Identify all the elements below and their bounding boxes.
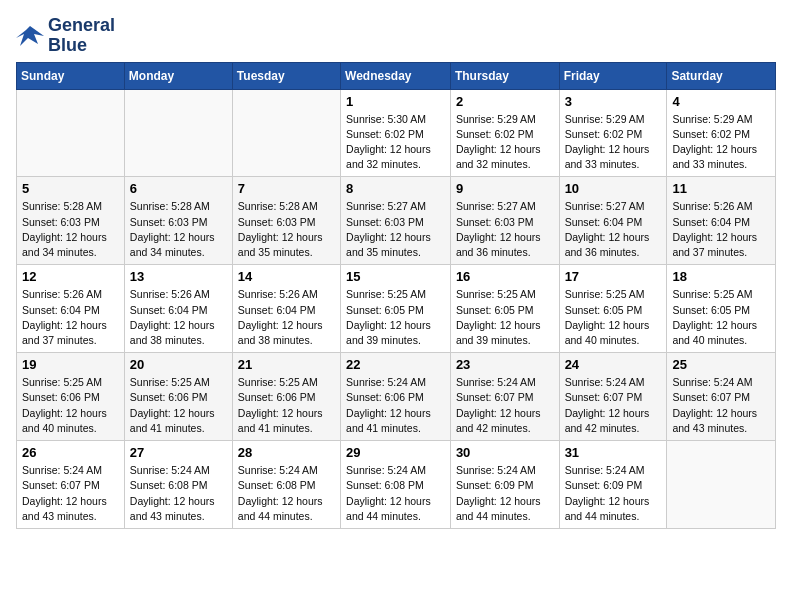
- day-number: 30: [456, 445, 554, 460]
- day-info: Sunrise: 5:24 AM Sunset: 6:07 PM Dayligh…: [22, 463, 119, 524]
- calendar-cell: 13Sunrise: 5:26 AM Sunset: 6:04 PM Dayli…: [124, 265, 232, 353]
- logo-text: General Blue: [48, 16, 115, 56]
- header-monday: Monday: [124, 62, 232, 89]
- calendar-cell: 17Sunrise: 5:25 AM Sunset: 6:05 PM Dayli…: [559, 265, 667, 353]
- day-number: 18: [672, 269, 770, 284]
- day-number: 12: [22, 269, 119, 284]
- day-info: Sunrise: 5:25 AM Sunset: 6:05 PM Dayligh…: [456, 287, 554, 348]
- day-number: 22: [346, 357, 445, 372]
- calendar-cell: 11Sunrise: 5:26 AM Sunset: 6:04 PM Dayli…: [667, 177, 776, 265]
- day-number: 10: [565, 181, 662, 196]
- calendar-cell: 7Sunrise: 5:28 AM Sunset: 6:03 PM Daylig…: [232, 177, 340, 265]
- day-info: Sunrise: 5:24 AM Sunset: 6:07 PM Dayligh…: [565, 375, 662, 436]
- day-info: Sunrise: 5:24 AM Sunset: 6:09 PM Dayligh…: [456, 463, 554, 524]
- day-number: 8: [346, 181, 445, 196]
- calendar-cell: [232, 89, 340, 177]
- day-info: Sunrise: 5:24 AM Sunset: 6:09 PM Dayligh…: [565, 463, 662, 524]
- header-friday: Friday: [559, 62, 667, 89]
- day-info: Sunrise: 5:28 AM Sunset: 6:03 PM Dayligh…: [238, 199, 335, 260]
- week-row-3: 12Sunrise: 5:26 AM Sunset: 6:04 PM Dayli…: [17, 265, 776, 353]
- calendar-cell: [124, 89, 232, 177]
- day-number: 24: [565, 357, 662, 372]
- day-info: Sunrise: 5:26 AM Sunset: 6:04 PM Dayligh…: [672, 199, 770, 260]
- day-number: 19: [22, 357, 119, 372]
- week-row-2: 5Sunrise: 5:28 AM Sunset: 6:03 PM Daylig…: [17, 177, 776, 265]
- day-info: Sunrise: 5:27 AM Sunset: 6:03 PM Dayligh…: [456, 199, 554, 260]
- calendar-cell: 16Sunrise: 5:25 AM Sunset: 6:05 PM Dayli…: [450, 265, 559, 353]
- day-number: 2: [456, 94, 554, 109]
- day-number: 3: [565, 94, 662, 109]
- calendar-cell: 10Sunrise: 5:27 AM Sunset: 6:04 PM Dayli…: [559, 177, 667, 265]
- page-header: General Blue: [16, 16, 776, 56]
- day-info: Sunrise: 5:28 AM Sunset: 6:03 PM Dayligh…: [130, 199, 227, 260]
- day-number: 5: [22, 181, 119, 196]
- day-info: Sunrise: 5:24 AM Sunset: 6:06 PM Dayligh…: [346, 375, 445, 436]
- calendar-cell: 9Sunrise: 5:27 AM Sunset: 6:03 PM Daylig…: [450, 177, 559, 265]
- header-tuesday: Tuesday: [232, 62, 340, 89]
- calendar-cell: 6Sunrise: 5:28 AM Sunset: 6:03 PM Daylig…: [124, 177, 232, 265]
- day-number: 23: [456, 357, 554, 372]
- day-number: 13: [130, 269, 227, 284]
- calendar-cell: 12Sunrise: 5:26 AM Sunset: 6:04 PM Dayli…: [17, 265, 125, 353]
- day-number: 14: [238, 269, 335, 284]
- days-header-row: SundayMondayTuesdayWednesdayThursdayFrid…: [17, 62, 776, 89]
- calendar-cell: 28Sunrise: 5:24 AM Sunset: 6:08 PM Dayli…: [232, 441, 340, 529]
- day-number: 21: [238, 357, 335, 372]
- calendar-cell: [667, 441, 776, 529]
- calendar-cell: 20Sunrise: 5:25 AM Sunset: 6:06 PM Dayli…: [124, 353, 232, 441]
- day-info: Sunrise: 5:25 AM Sunset: 6:06 PM Dayligh…: [22, 375, 119, 436]
- day-info: Sunrise: 5:25 AM Sunset: 6:05 PM Dayligh…: [565, 287, 662, 348]
- day-info: Sunrise: 5:25 AM Sunset: 6:06 PM Dayligh…: [130, 375, 227, 436]
- header-thursday: Thursday: [450, 62, 559, 89]
- calendar-cell: 23Sunrise: 5:24 AM Sunset: 6:07 PM Dayli…: [450, 353, 559, 441]
- calendar-cell: [17, 89, 125, 177]
- day-number: 11: [672, 181, 770, 196]
- calendar-table: SundayMondayTuesdayWednesdayThursdayFrid…: [16, 62, 776, 529]
- day-number: 27: [130, 445, 227, 460]
- day-number: 31: [565, 445, 662, 460]
- logo-icon: [16, 22, 44, 50]
- calendar-cell: 15Sunrise: 5:25 AM Sunset: 6:05 PM Dayli…: [341, 265, 451, 353]
- week-row-4: 19Sunrise: 5:25 AM Sunset: 6:06 PM Dayli…: [17, 353, 776, 441]
- day-info: Sunrise: 5:26 AM Sunset: 6:04 PM Dayligh…: [22, 287, 119, 348]
- header-wednesday: Wednesday: [341, 62, 451, 89]
- day-info: Sunrise: 5:29 AM Sunset: 6:02 PM Dayligh…: [672, 112, 770, 173]
- calendar-cell: 22Sunrise: 5:24 AM Sunset: 6:06 PM Dayli…: [341, 353, 451, 441]
- header-saturday: Saturday: [667, 62, 776, 89]
- day-number: 15: [346, 269, 445, 284]
- calendar-cell: 1Sunrise: 5:30 AM Sunset: 6:02 PM Daylig…: [341, 89, 451, 177]
- day-info: Sunrise: 5:29 AM Sunset: 6:02 PM Dayligh…: [456, 112, 554, 173]
- day-number: 16: [456, 269, 554, 284]
- day-number: 17: [565, 269, 662, 284]
- calendar-cell: 21Sunrise: 5:25 AM Sunset: 6:06 PM Dayli…: [232, 353, 340, 441]
- day-number: 20: [130, 357, 227, 372]
- day-info: Sunrise: 5:25 AM Sunset: 6:06 PM Dayligh…: [238, 375, 335, 436]
- day-number: 7: [238, 181, 335, 196]
- day-info: Sunrise: 5:24 AM Sunset: 6:08 PM Dayligh…: [130, 463, 227, 524]
- day-info: Sunrise: 5:29 AM Sunset: 6:02 PM Dayligh…: [565, 112, 662, 173]
- day-info: Sunrise: 5:27 AM Sunset: 6:03 PM Dayligh…: [346, 199, 445, 260]
- calendar-cell: 26Sunrise: 5:24 AM Sunset: 6:07 PM Dayli…: [17, 441, 125, 529]
- day-number: 6: [130, 181, 227, 196]
- day-info: Sunrise: 5:24 AM Sunset: 6:08 PM Dayligh…: [346, 463, 445, 524]
- day-info: Sunrise: 5:25 AM Sunset: 6:05 PM Dayligh…: [672, 287, 770, 348]
- logo: General Blue: [16, 16, 115, 56]
- calendar-cell: 5Sunrise: 5:28 AM Sunset: 6:03 PM Daylig…: [17, 177, 125, 265]
- calendar-cell: 31Sunrise: 5:24 AM Sunset: 6:09 PM Dayli…: [559, 441, 667, 529]
- calendar-cell: 24Sunrise: 5:24 AM Sunset: 6:07 PM Dayli…: [559, 353, 667, 441]
- day-number: 29: [346, 445, 445, 460]
- calendar-cell: 30Sunrise: 5:24 AM Sunset: 6:09 PM Dayli…: [450, 441, 559, 529]
- day-info: Sunrise: 5:28 AM Sunset: 6:03 PM Dayligh…: [22, 199, 119, 260]
- calendar-cell: 18Sunrise: 5:25 AM Sunset: 6:05 PM Dayli…: [667, 265, 776, 353]
- day-info: Sunrise: 5:24 AM Sunset: 6:07 PM Dayligh…: [672, 375, 770, 436]
- day-info: Sunrise: 5:24 AM Sunset: 6:08 PM Dayligh…: [238, 463, 335, 524]
- calendar-cell: 25Sunrise: 5:24 AM Sunset: 6:07 PM Dayli…: [667, 353, 776, 441]
- day-number: 28: [238, 445, 335, 460]
- calendar-cell: 19Sunrise: 5:25 AM Sunset: 6:06 PM Dayli…: [17, 353, 125, 441]
- calendar-cell: 2Sunrise: 5:29 AM Sunset: 6:02 PM Daylig…: [450, 89, 559, 177]
- day-info: Sunrise: 5:25 AM Sunset: 6:05 PM Dayligh…: [346, 287, 445, 348]
- day-number: 1: [346, 94, 445, 109]
- day-info: Sunrise: 5:24 AM Sunset: 6:07 PM Dayligh…: [456, 375, 554, 436]
- week-row-1: 1Sunrise: 5:30 AM Sunset: 6:02 PM Daylig…: [17, 89, 776, 177]
- svg-marker-0: [16, 26, 44, 46]
